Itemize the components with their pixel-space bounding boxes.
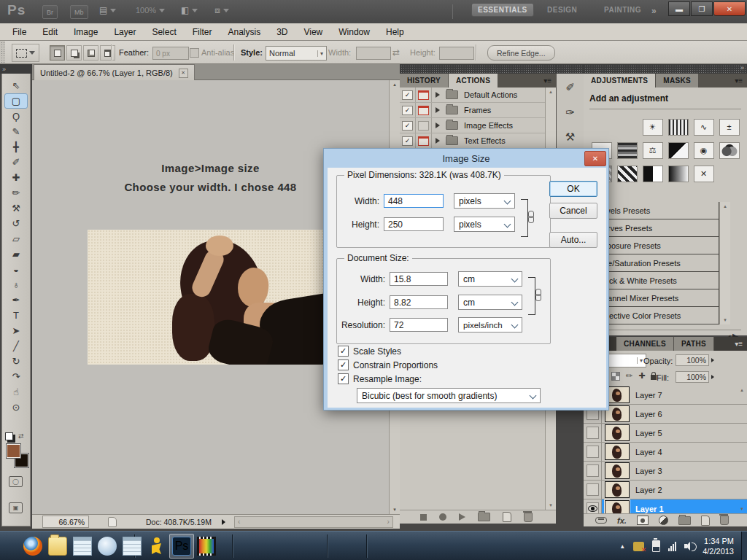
action-enabled-checkbox[interactable]: ✓ (402, 90, 413, 100)
new-set-icon[interactable] (478, 513, 490, 521)
layer-row[interactable]: Layer 4 (584, 443, 747, 462)
action-row[interactable]: ✓ Default Actions (400, 88, 556, 103)
action-row[interactable]: ✓ Text Effects (400, 133, 556, 149)
layer-thumbnail[interactable] (605, 462, 630, 479)
intersect-selection-button[interactable] (100, 45, 115, 61)
panel-menu-icon[interactable]: ▾≡ (735, 340, 747, 348)
visibility-toggle[interactable] (587, 427, 599, 439)
black-white-icon[interactable] (668, 142, 689, 159)
pixel-width-unit-select[interactable]: pixels (454, 193, 515, 209)
tab-paths[interactable]: PATHS (674, 337, 714, 351)
arrange-documents-button[interactable]: ◧ (181, 5, 198, 15)
notepad-icon[interactable] (120, 534, 144, 559)
tab-masks[interactable]: MASKS (656, 74, 699, 88)
action-set-label[interactable]: Text Effects (460, 136, 506, 145)
type-tool[interactable]: T (4, 308, 28, 323)
visibility-toggle[interactable] (587, 464, 599, 477)
modal-control-toggle[interactable] (418, 90, 429, 100)
opacity-field[interactable]: 100% (676, 354, 709, 366)
lock-position-icon[interactable]: ✚ (638, 371, 645, 381)
zoom-level-button[interactable]: 100% (136, 6, 165, 15)
menu-item[interactable]: View (295, 27, 330, 37)
menu-item[interactable]: Edit (34, 27, 66, 37)
refine-edge-button[interactable]: Refine Edge... (487, 45, 555, 61)
firefox-icon[interactable] (20, 534, 45, 559)
layer-row[interactable]: Layer 3 (584, 462, 747, 481)
3d-rotate-tool[interactable]: ↻ (4, 354, 28, 369)
dialog-title[interactable]: Image Size (324, 149, 608, 168)
photoshop-icon[interactable]: Ps (169, 534, 194, 559)
blur-tool[interactable]: ◒ (4, 262, 28, 277)
clone-stamp-tool[interactable]: ⚒ (4, 201, 28, 216)
aim-icon[interactable] (144, 534, 169, 559)
add-selection-button[interactable] (66, 45, 82, 61)
modal-control-toggle[interactable] (418, 136, 429, 146)
scroll-up-icon[interactable]: ▴ (393, 82, 396, 88)
expand-triangle-icon[interactable] (436, 107, 440, 113)
line-tool[interactable]: ╱ (4, 338, 28, 354)
layer-name[interactable]: Layer 3 (635, 467, 662, 475)
delete-layer-icon[interactable] (720, 516, 729, 525)
action-enabled-checkbox[interactable]: ✓ (402, 136, 413, 146)
expand-triangle-icon[interactable] (436, 92, 440, 98)
screen-mode-toggle-button[interactable]: ▣ (9, 502, 23, 513)
layer-row[interactable]: Layer 5 (584, 424, 747, 443)
layer-name[interactable]: Layer 2 (635, 486, 662, 494)
tab-history[interactable]: HISTORY (400, 74, 449, 88)
spot-healing-brush-tool[interactable]: ✚ (4, 170, 28, 185)
scroll-left-icon[interactable]: ‹ (238, 518, 240, 526)
link-layers-icon[interactable] (595, 517, 607, 524)
layer-name[interactable]: Layer 1 (635, 505, 664, 513)
default-colors-icon[interactable] (5, 432, 13, 440)
brushes-panel-icon[interactable]: ✑ (565, 106, 575, 119)
dock-drag-bar[interactable] (556, 64, 584, 74)
gradient-map-icon[interactable] (668, 166, 689, 182)
resolution-unit-select[interactable]: pixels/inch (458, 317, 522, 332)
show-desktop-button[interactable] (741, 532, 747, 560)
canvas-horizontal-scrollbar[interactable]: ‹ › (234, 516, 393, 528)
doc-height-input[interactable]: 8.82 (390, 295, 448, 309)
scroll-right-icon[interactable]: › (387, 518, 390, 526)
doc-width-input[interactable]: 15.8 (390, 272, 448, 286)
grip-handle[interactable] (0, 41, 5, 63)
layer-row[interactable]: Layer 2 (584, 481, 747, 499)
hue-saturation-icon[interactable] (617, 142, 638, 159)
pixel-height-input[interactable]: 250 (384, 217, 444, 231)
resolution-input[interactable]: 72 (390, 318, 448, 332)
scroll-up-icon[interactable]: ▴ (740, 387, 743, 393)
eyedropper-tool[interactable]: ✐ (4, 155, 28, 170)
crop-tool[interactable]: ╋ (4, 139, 28, 155)
resample-image-checkbox[interactable]: ✓ (338, 373, 349, 384)
panel-menu-icon[interactable]: ▾≡ (735, 77, 747, 85)
brightness-contrast-icon[interactable]: ☀ (643, 119, 663, 136)
fill-slider-icon[interactable] (711, 375, 714, 379)
new-adjustment-layer-icon[interactable] (659, 516, 668, 525)
signal-strength-icon[interactable] (668, 542, 676, 551)
panel-drag-bar[interactable] (400, 64, 556, 74)
close-button[interactable]: ✕ (713, 1, 746, 16)
stop-playing-icon[interactable] (420, 514, 427, 521)
action-enabled-checkbox[interactable]: ✓ (402, 121, 413, 131)
quick-selection-tool[interactable]: ✎ (4, 124, 28, 139)
close-tab-icon[interactable]: ✕ (179, 69, 188, 78)
curves-icon[interactable]: ∿ (694, 119, 714, 136)
height-input[interactable] (439, 47, 474, 60)
tool-presets-panel-icon[interactable]: ✐ (565, 81, 575, 94)
action-enabled-checkbox[interactable]: ✓ (402, 106, 413, 115)
selective-color-icon[interactable]: ✕ (694, 166, 714, 182)
menu-item[interactable]: Window (330, 27, 378, 37)
clone-source-panel-icon[interactable]: ⚒ (565, 131, 575, 144)
scroll-down-icon[interactable]: ▾ (724, 317, 727, 323)
scroll-down-icon[interactable]: ▾ (740, 506, 743, 512)
bridge-button[interactable]: Br (42, 5, 58, 19)
style-select[interactable]: Normal▾ (266, 46, 327, 61)
tray-expand-icon[interactable]: ▲ (619, 543, 625, 550)
posterize-icon[interactable] (617, 166, 638, 182)
zoom-percent-field[interactable]: 66.67% (42, 516, 89, 528)
fill-field[interactable]: 100% (676, 371, 709, 383)
feather-input[interactable]: 0 px (152, 47, 189, 60)
swap-colors-icon[interactable]: ⇄ (18, 432, 24, 440)
resample-method-select[interactable]: Bicubic (best for smooth gradients) (357, 388, 541, 403)
layer-style-icon[interactable]: fx. (617, 516, 627, 525)
menu-item[interactable]: 3D (268, 27, 295, 37)
